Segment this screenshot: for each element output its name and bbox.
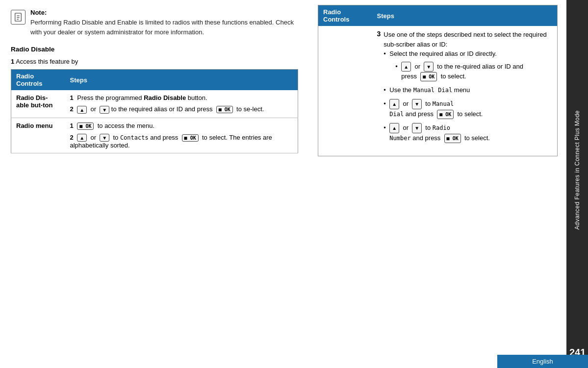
right-cell-control xyxy=(318,26,372,156)
ok-r2: ■ OK xyxy=(437,110,454,119)
arrow-down-icon-2 xyxy=(100,134,109,142)
table-row-2: Radio menu 1 ■ OK to access the menu. 2 … xyxy=(11,118,298,153)
sub-bullet-list-1: or to the re-quired alias or ID and pres… xyxy=(389,62,552,82)
right-col1-header: RadioControls xyxy=(318,5,372,26)
arrow-down-r3 xyxy=(412,123,422,133)
menu-ok-icon: ■ OK xyxy=(77,123,94,130)
arrow-up-r3 xyxy=(389,123,399,133)
note-content: Performing Radio Disable and Enable is l… xyxy=(30,18,298,37)
radio-table: RadioControls Steps Radio Dis-able but-t… xyxy=(11,69,298,153)
step3-content: Use one of the steps described next to s… xyxy=(383,30,552,147)
step3-num: 3 xyxy=(377,30,381,38)
note-box: Note: Performing Radio Disable and Enabl… xyxy=(11,9,298,37)
right-panel: RadioControls Steps 3 Use one of the ste… xyxy=(309,0,566,368)
step1-num: 1 xyxy=(11,58,14,65)
sidebar-tab-text: Advanced Features in Connect Plus Mode xyxy=(573,110,582,230)
ok-r3: ■ OK xyxy=(444,134,461,143)
right-table-row: 3 Use one of the steps described next to… xyxy=(318,26,558,156)
sub-bullet-1: or to the re-quired alias or ID and pres… xyxy=(395,62,552,82)
arrow-up-icon-2 xyxy=(77,134,87,142)
table-row-1: Radio Dis-able but-ton 1 Press the progr… xyxy=(11,90,298,118)
right-table: RadioControls Steps 3 Use one of the ste… xyxy=(318,5,558,156)
bullet-item-3: or to Manual Dial and press ■ OK to sele… xyxy=(383,99,552,119)
table-cell-control-1: Radio Dis-able but-ton xyxy=(11,90,65,118)
radio-num-mono: Radio xyxy=(433,124,450,131)
table-cell-steps-1: 1 Press the programmed Radio Disable but… xyxy=(65,90,298,118)
step-2-2: 2 or to Contacts and press ■ OK to selec… xyxy=(70,134,293,149)
right-cell-steps: 3 Use one of the steps described next to… xyxy=(372,26,558,156)
manual-dial-mono-2: Manual xyxy=(433,100,454,107)
sidebar-tab: Advanced Features in Connect Plus Mode xyxy=(566,0,588,340)
step-num-3: 1 xyxy=(70,122,74,129)
note-text: Note: Performing Radio Disable and Enabl… xyxy=(30,9,298,37)
step1-label: 1 Access this feature by xyxy=(11,58,298,65)
table-col1-header: RadioControls xyxy=(11,70,65,91)
step3-block: 3 Use one of the steps described next to… xyxy=(377,30,553,147)
bullet-item-4: or to Radio Number and press ■ OK to sel… xyxy=(383,123,552,143)
arrow-down-r1 xyxy=(424,62,434,72)
step1-text: Access this feature by xyxy=(16,58,78,65)
arrow-up-r2 xyxy=(389,99,399,109)
arrow-down-r2 xyxy=(412,99,422,109)
table-col2-header: Steps xyxy=(65,70,298,91)
ok-button-icon-2: ■ OK xyxy=(182,134,199,142)
arrow-up-icon xyxy=(77,106,87,114)
right-sidebar: Advanced Features in Connect Plus Mode 2… xyxy=(566,0,588,368)
ok-button-icon: ■ OK xyxy=(216,106,233,113)
table-cell-steps-2: 1 ■ OK to access the menu. 2 or to Conta… xyxy=(65,118,298,153)
arrow-down-icon xyxy=(100,106,109,114)
note-label: Note: xyxy=(30,9,298,16)
english-badge: English xyxy=(497,355,588,368)
right-col2-header: Steps xyxy=(372,5,558,26)
table-cell-control-2: Radio menu xyxy=(11,118,65,153)
dial-mono: Dial xyxy=(389,111,404,118)
step-1-1: 1 Press the programmed Radio Disable but… xyxy=(70,94,293,101)
svg-rect-0 xyxy=(15,13,22,21)
manual-dial-mono: Manual Dial xyxy=(413,87,452,94)
left-panel: Note: Performing Radio Disable and Enabl… xyxy=(0,0,309,368)
step-1-2: 2 or to the required alias or ID and pre… xyxy=(70,105,293,114)
bullet-item-2: Use the Manual Dial menu xyxy=(383,85,552,95)
step-2-1: 1 ■ OK to access the menu. xyxy=(70,122,293,130)
step-num-2: 2 xyxy=(70,105,74,113)
bullet-item-1: Select the required alias or ID directly… xyxy=(383,49,552,81)
section-heading: Radio Disable xyxy=(11,46,298,53)
number-mono: Number xyxy=(389,135,410,142)
contacts-mono: Contacts xyxy=(120,134,149,141)
bullet-list: Select the required alias or ID directly… xyxy=(383,49,552,143)
step-num: 1 xyxy=(70,94,74,101)
ok-r1: ■ OK xyxy=(420,72,437,81)
note-icon xyxy=(11,10,26,25)
step-num-4: 2 xyxy=(70,134,74,141)
arrow-up-r1 xyxy=(401,62,411,72)
